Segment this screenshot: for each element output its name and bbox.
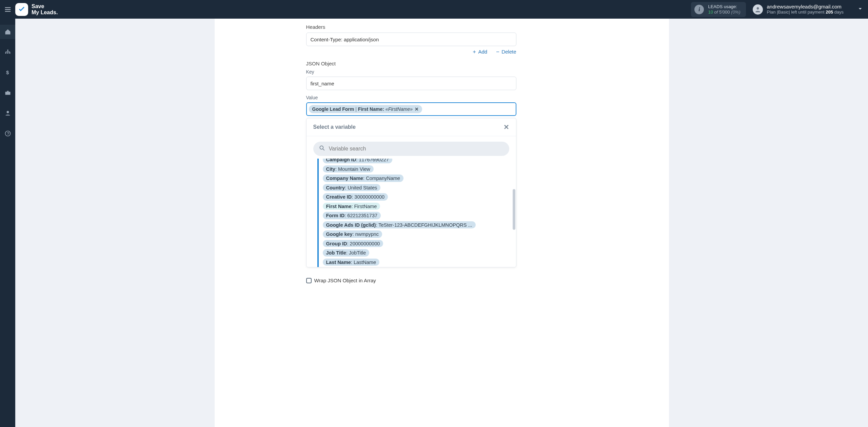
sidebar-item-briefcase[interactable]: [0, 86, 15, 100]
wrap-array-label: Wrap JSON Object in Array: [314, 278, 376, 283]
add-header-button[interactable]: Add: [472, 49, 487, 55]
sidebar-item-billing[interactable]: $: [0, 65, 15, 80]
menu-toggle-button[interactable]: [0, 6, 15, 13]
headers-input[interactable]: [306, 33, 516, 46]
account-email: andrewsavemyleads@gmail.com: [767, 4, 844, 9]
sidebar-item-home[interactable]: [0, 25, 15, 39]
dropdown-title: Select a variable: [313, 124, 356, 130]
search-icon: [319, 145, 326, 153]
variable-option[interactable]: Group ID: 20000000000: [323, 240, 383, 247]
info-icon: i: [694, 5, 704, 14]
variable-option[interactable]: Google key: nwmpypnc: [323, 230, 382, 238]
scrollbar-thumb[interactable]: [513, 189, 515, 230]
variable-search-box: [313, 142, 509, 156]
remove-chip-button[interactable]: ✕: [415, 106, 419, 112]
delete-header-button[interactable]: Delete: [495, 49, 516, 55]
usage-numbers: 10 of 5'000 (0%): [708, 9, 740, 15]
svg-line-18: [323, 149, 324, 150]
svg-rect-9: [5, 92, 10, 95]
svg-rect-7: [9, 53, 10, 54]
sidebar-item-help[interactable]: ?: [0, 126, 15, 141]
variable-option[interactable]: Country: United States: [323, 184, 381, 191]
leads-usage-box[interactable]: i LEADS usage: 10 of 5'000 (0%): [691, 2, 746, 17]
brand-line2: My Leads.: [32, 9, 58, 16]
svg-text:?: ?: [7, 131, 9, 136]
json-value-field[interactable]: Google Lead Form | First Name: «FirstNam…: [306, 102, 516, 116]
variable-option[interactable]: Creative ID: 30000000000: [323, 193, 388, 201]
account-dropdown-toggle[interactable]: [857, 6, 863, 13]
dropdown-close-button[interactable]: ✕: [504, 123, 509, 131]
json-key-input[interactable]: [306, 77, 516, 90]
main-scroll[interactable]: Headers Add Delete JSON Object Key Value…: [15, 19, 868, 427]
json-object-title: JSON Object: [306, 61, 516, 66]
top-header: Save My Leads. i LEADS usage: 10 of 5'00…: [0, 0, 868, 19]
variable-dropdown: Select a variable ✕ Campaign ID: 1176769…: [306, 118, 516, 267]
variable-option[interactable]: City: Mountain View: [323, 165, 374, 173]
svg-rect-4: [7, 50, 8, 51]
headers-actions: Add Delete: [306, 49, 516, 55]
variable-list[interactable]: Campaign ID: 11767690227City: Mountain V…: [317, 159, 512, 267]
variable-option[interactable]: Form ID: 62212351737: [323, 212, 381, 219]
sidebar-item-integrations[interactable]: [0, 45, 15, 59]
variable-option[interactable]: Last Name: LastName: [323, 259, 380, 266]
brand-line1: Save: [32, 3, 44, 9]
key-label: Key: [306, 69, 516, 75]
wrap-array-row[interactable]: Wrap JSON Object in Array: [306, 278, 516, 283]
variable-option[interactable]: Company Name: CompanyName: [323, 175, 403, 182]
svg-point-3: [756, 7, 759, 9]
value-chip[interactable]: Google Lead Form | First Name: «FirstNam…: [309, 105, 422, 113]
sidebar-item-account[interactable]: [0, 106, 15, 120]
variable-search-input[interactable]: [329, 146, 504, 152]
svg-rect-6: [7, 53, 8, 54]
wrap-array-checkbox[interactable]: [306, 278, 312, 283]
avatar-icon: [753, 4, 763, 15]
account-plan: Plan |Basic| left until payment 205 days: [767, 9, 844, 15]
value-label: Value: [306, 95, 516, 100]
variable-option[interactable]: Campaign ID: 11767690227: [323, 159, 392, 163]
account-box[interactable]: andrewsavemyleads@gmail.com Plan |Basic|…: [753, 4, 844, 15]
headers-title: Headers: [306, 24, 516, 30]
svg-rect-5: [5, 53, 6, 54]
left-sidebar: $ ?: [0, 19, 15, 427]
brand-logo[interactable]: [15, 3, 28, 16]
svg-point-17: [320, 146, 323, 149]
svg-point-11: [6, 111, 9, 113]
svg-text:$: $: [6, 69, 9, 75]
variable-option[interactable]: Google Ads ID (gclid): TeSter-123-ABCDEF…: [323, 221, 476, 229]
svg-rect-10: [7, 91, 8, 92]
usage-label: LEADS usage:: [708, 4, 740, 9]
brand-name: Save My Leads.: [32, 3, 58, 16]
variable-option[interactable]: Job Title: JobTitle: [323, 249, 370, 257]
variable-option[interactable]: First Name: FirstName: [323, 203, 380, 210]
main-card: Headers Add Delete JSON Object Key Value…: [215, 19, 669, 427]
